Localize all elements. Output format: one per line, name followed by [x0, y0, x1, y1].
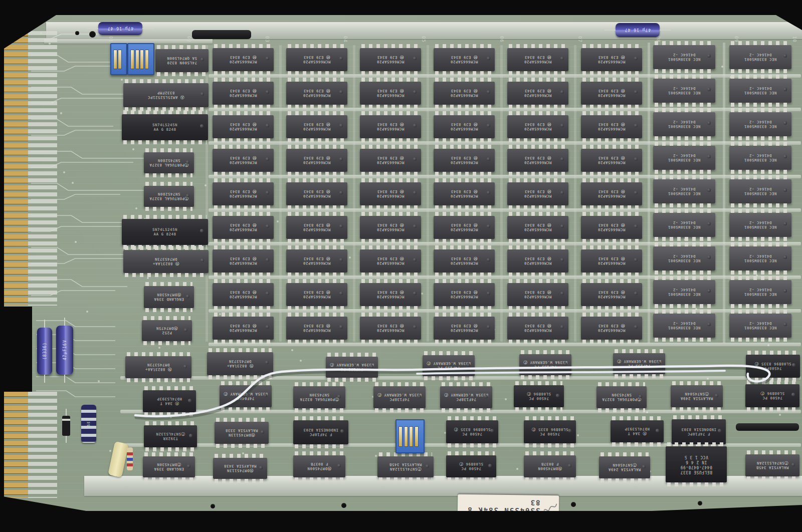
dram-chip: MCM6665AP20Ⓜ EJ9 8343	[581, 249, 642, 273]
logic-chip: ⓉPORTUGAL 8327ASN74S280N	[144, 152, 194, 173]
chip-label-line: D4164C -2	[673, 254, 695, 258]
grid-reference-label: 10	[792, 36, 797, 43]
chip-label-line: Ⓜ EJ9 8343	[451, 291, 477, 295]
chip-label: MCM6665AP20Ⓜ EJ9 8343	[581, 82, 642, 105]
chip-label-line: NEC 8338WS001	[668, 158, 700, 162]
logic-chip: ⓉPORTUGAL 8327ASN74S30N	[293, 386, 345, 408]
pin1-dot	[200, 229, 204, 232]
pin1-dot	[261, 430, 264, 434]
chip-label-line: F 8037B	[541, 462, 558, 466]
chip-label-line: MCM6665AP20	[597, 194, 625, 198]
electrolytic-capacitor: 47μF16V	[56, 326, 73, 375]
logic-chip: MALAYSIA 345BⓉSN74LS112AN	[745, 454, 799, 476]
via-dot	[63, 171, 65, 173]
column-bus-segment	[353, 45, 355, 342]
edge-connector-notch	[0, 307, 32, 392]
chip-label-line: MCM6665AP20	[597, 228, 625, 232]
chip-label-line: Ⓝ 8823lAA+	[152, 262, 179, 266]
dram-chip: MCM6665AP20Ⓜ EJ9 8343	[360, 182, 421, 205]
dram-chip: MCM6665AP20Ⓜ EJ9 8343	[213, 216, 274, 239]
logic-chip: ENGLAND 339AⓃDM74S38N	[144, 286, 194, 308]
dip-switch-lever	[118, 50, 122, 69]
pin1-dot	[426, 464, 429, 468]
chip-label: MCM6665AP20Ⓜ EJ9 8343	[507, 216, 568, 239]
pin1-dot	[791, 463, 795, 466]
chip-label-line: SN74S30N	[309, 393, 329, 397]
chip-label: SN74LS245NAA G 8248	[122, 114, 208, 140]
chip-label: MCM6665AP20Ⓜ EJ9 8343	[213, 249, 274, 273]
pin1-dot	[556, 394, 559, 397]
via-dot	[646, 411, 648, 413]
chip-label-line: Ⓜ EJ9 8343	[524, 190, 551, 194]
chip-label: MCM6665AP20Ⓜ EJ9 8343	[581, 317, 642, 340]
chip-label-line: ⓉPORTUGAL 8327A	[300, 398, 339, 402]
chip-label-line: Ⓗ 3A4 T	[628, 432, 647, 436]
dram-chip: MCM6665AP20Ⓜ EJ9 8343	[286, 48, 347, 71]
dram-chip: MCM6665AP20Ⓜ EJ9 8343	[507, 82, 568, 105]
chip-label-line: MCM6665AP20	[229, 329, 257, 333]
chip-label-line: SN74S280N	[157, 159, 180, 163]
chip-label-line: SN74S280N	[157, 192, 180, 196]
capacitor-text: 47μ 16 47	[98, 22, 142, 35]
dram-chip: MCM6665AP20Ⓜ EJ9 8343	[213, 249, 274, 273]
chip-label-line: SN74LS245N	[152, 123, 177, 127]
scan-background-top	[0, 0, 802, 15]
dram-chip: NEC 8338WS001D4164C -2	[729, 45, 791, 69]
pin1-dot	[187, 464, 190, 468]
dram-chip: MCM6665AP20Ⓜ EJ9 8343	[286, 115, 347, 138]
chip-label: MCM6665AP20Ⓜ EJ9 8343	[507, 182, 568, 205]
pin1-dot	[467, 363, 470, 367]
chip-label-line: MCM6665AP20	[524, 127, 551, 131]
chip-label-line: 74F04PC	[237, 397, 254, 401]
chip-label-line: MALAYSIA 345B	[389, 463, 422, 467]
dram-chip: MCM6665AP20Ⓜ EJ9 8343	[286, 149, 347, 172]
dram-chip: MCM6665AP20Ⓜ EJ9 8343	[434, 283, 495, 306]
chip-label-line: D4164C -2	[749, 120, 771, 124]
chip-label-line: MCM6665AP20	[597, 60, 625, 64]
chip-label-line: ENGLAND 339A	[154, 467, 184, 471]
chip-label-line: AA G 8248	[153, 128, 176, 132]
chip-label-line: MCM6665AP20	[303, 161, 330, 165]
chip-label-line: MCM6665AP20	[229, 228, 257, 232]
chip-label-line: SL08B96 Ⓕ	[527, 392, 551, 396]
chip-label-line: 8332FMP	[157, 91, 174, 95]
chip-label-line: IN 2 4 6	[686, 460, 707, 464]
chip-label: F 74F10PCINDONESIA 8203	[293, 420, 348, 444]
via-dot	[291, 349, 293, 351]
chip-label-line: NEC 8338WS001	[744, 91, 776, 95]
dram-chip: MCM6665AP20Ⓜ EJ9 8343	[434, 182, 495, 205]
chip-label-line: MCM6665AP20	[376, 329, 404, 333]
chip-label-line: D4164C -2	[749, 288, 771, 292]
dram-chip: MCM6665AP20Ⓜ EJ9 8343	[213, 115, 274, 138]
chip-label-line: MCM6665AP20	[376, 295, 404, 299]
dip-switch-lever	[409, 426, 413, 447]
dram-chip: MCM6665AP20Ⓜ EJ9 8343	[360, 48, 421, 71]
chip-label-line: F 8037B	[310, 462, 328, 466]
capacitor-text: 47μ 16 47	[616, 23, 660, 37]
chip-label: MCM6665AP20Ⓜ EJ9 8343	[581, 182, 642, 205]
chip-label-line: MCM6665AP20	[450, 127, 478, 131]
chip-label-line: MCM6665AP20	[450, 295, 478, 299]
dram-chip: MCM6665AP20Ⓜ EJ9 8343	[360, 149, 421, 172]
chip-label: MCM6665AP20Ⓜ EJ9 8343	[286, 249, 347, 273]
chip-label-line: Ⓜ EJ9 8343	[451, 324, 477, 328]
chip-label-line: Ⓜ EJ9 8343	[303, 223, 330, 227]
chip-label: NEC 8338WS001D4164C -2	[653, 45, 715, 69]
chip-label-line: MCM6665AP20	[450, 60, 478, 64]
chip-label-line: NEC 8338WS001	[744, 158, 776, 162]
bus-resistor-network	[192, 30, 251, 39]
pin1-dot	[200, 124, 204, 128]
via-dot	[135, 207, 137, 209]
via-dot	[707, 378, 709, 380]
logic-chip: 74F138PC8335A W.GERMANY Ⓕ	[373, 386, 426, 408]
chip-label-line: NEC 8338WS001	[744, 326, 776, 330]
mounting-hole	[571, 502, 576, 507]
chip-label-line: D4164C -2	[673, 87, 695, 91]
logic-chip: ENGLAND 339AⓉDM74S30N	[143, 456, 195, 477]
chip-label: MCM6665AP20Ⓜ EJ9 8343	[507, 82, 568, 105]
dram-chip: NEC 8338WS001D4164C -2	[653, 112, 715, 136]
dram-chip: MCM6665AP20Ⓜ EJ9 8343	[434, 216, 495, 239]
chip-label-line: MALAYSIA 345B	[756, 466, 788, 470]
chip-label-line: Ⓜ EJ9 8343	[303, 89, 330, 93]
chip-label: ⓉSN74LS112ANMALAYSIA 345B	[377, 456, 434, 477]
